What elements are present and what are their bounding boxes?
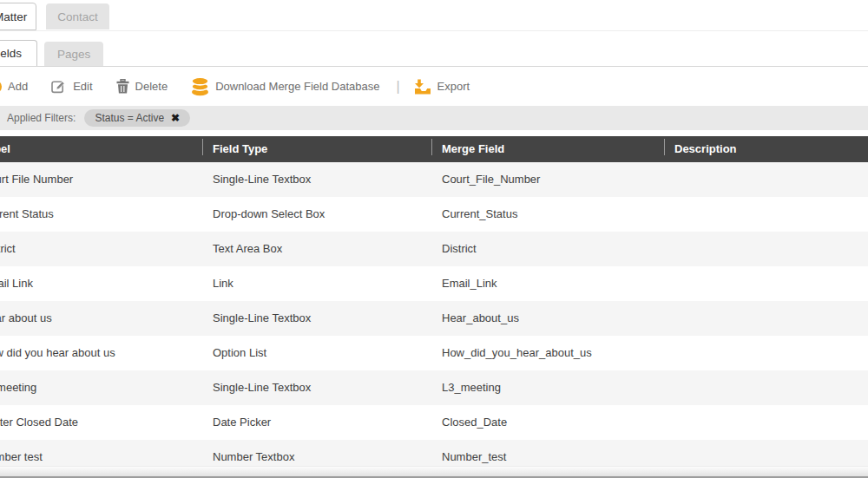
applied-filters-label: Applied Filters: bbox=[7, 112, 76, 124]
table-row[interactable]: Matter Closed DateDate PickerClosed_Date bbox=[0, 405, 868, 440]
tab-fields-label: Fields bbox=[0, 47, 22, 60]
tab-contact[interactable]: Contact bbox=[46, 3, 109, 29]
filter-chip-status-active[interactable]: Status = Active ✖ bbox=[84, 109, 190, 127]
main-tabstrip: Matter Contact bbox=[0, 0, 868, 31]
cell-label: L3 meeting bbox=[0, 370, 202, 405]
toolbar: Add Edit Delete bbox=[0, 67, 868, 106]
tab-fields[interactable]: Fields bbox=[0, 40, 37, 66]
download-merge-field-database-button[interactable]: Download Merge Field Database bbox=[191, 77, 379, 96]
applied-filters-bar: Applied Filters: Status = Active ✖ bbox=[0, 106, 868, 130]
tab-pages[interactable]: Pages bbox=[44, 42, 103, 66]
cell-description bbox=[664, 232, 868, 266]
delete-icon bbox=[116, 79, 129, 94]
edit-button[interactable]: Edit bbox=[51, 79, 92, 94]
cell-label: Email Link bbox=[0, 266, 202, 301]
cell-field-type: Single-Line Textbox bbox=[202, 162, 431, 197]
tab-matter-label: Matter bbox=[0, 10, 27, 23]
toolbar-separator: | bbox=[396, 79, 399, 95]
table-row[interactable]: DistrictText Area BoxDistrict bbox=[0, 232, 868, 266]
tab-contact-label: Contact bbox=[57, 10, 98, 23]
sub-tabstrip: Fields Pages bbox=[0, 31, 868, 67]
cell-merge-field: Closed_Date bbox=[431, 405, 664, 440]
column-header-merge-field: Merge Field bbox=[431, 136, 664, 162]
cell-description bbox=[664, 405, 868, 440]
table-row[interactable]: Hear about usSingle-Line TextboxHear_abo… bbox=[0, 301, 868, 336]
delete-button-label: Delete bbox=[135, 80, 168, 93]
spacer bbox=[0, 130, 868, 136]
add-button[interactable]: Add bbox=[0, 80, 28, 94]
cell-merge-field: How_did_you_hear_about_us bbox=[431, 336, 664, 370]
cell-description bbox=[664, 370, 868, 405]
cell-field-type: Single-Line Textbox bbox=[202, 301, 431, 336]
cell-description bbox=[664, 197, 868, 232]
cell-field-type: Option List bbox=[202, 336, 431, 370]
cell-field-type: Text Area Box bbox=[202, 232, 431, 266]
filter-chip-close-icon[interactable]: ✖ bbox=[171, 112, 180, 124]
grid-header: Label Field Type Merge Field Description bbox=[0, 136, 868, 162]
grid-body: Court File NumberSingle-Line TextboxCour… bbox=[0, 162, 868, 475]
cell-field-type: Date Picker bbox=[202, 405, 431, 440]
cell-label: Current Status bbox=[0, 197, 202, 232]
cell-description bbox=[664, 266, 868, 301]
cell-label: District bbox=[0, 232, 202, 266]
table-row[interactable]: Email LinkLinkEmail_Link bbox=[0, 266, 868, 301]
cell-field-type: Single-Line Textbox bbox=[202, 370, 431, 405]
export-button[interactable]: Export bbox=[414, 79, 470, 95]
cell-merge-field: District bbox=[431, 232, 664, 266]
cell-label: Matter Closed Date bbox=[0, 405, 202, 440]
column-header-description: Description bbox=[664, 136, 868, 162]
export-icon bbox=[414, 79, 431, 95]
download-merge-field-database-label: Download Merge Field Database bbox=[215, 80, 379, 93]
add-button-label: Add bbox=[8, 80, 28, 93]
cell-label: Hear about us bbox=[0, 301, 202, 336]
page: Matter Contact Fields Pages Add bbox=[0, 0, 868, 478]
table-row[interactable]: Court File NumberSingle-Line TextboxCour… bbox=[0, 162, 868, 197]
filter-chip-text: Status = Active bbox=[95, 112, 164, 124]
tab-pages-label: Pages bbox=[57, 48, 90, 61]
cell-label: Court File Number bbox=[0, 162, 202, 197]
cell-description bbox=[664, 301, 868, 336]
database-icon bbox=[191, 77, 209, 96]
cell-description bbox=[664, 336, 868, 370]
cell-merge-field: Current_Status bbox=[431, 197, 664, 232]
column-header-field-type: Field Type bbox=[202, 136, 431, 162]
edit-button-label: Edit bbox=[73, 80, 92, 93]
cell-description bbox=[664, 162, 868, 197]
table-row[interactable]: Current StatusDrop-down Select BoxCurren… bbox=[0, 197, 868, 232]
horizontal-scrollbar[interactable] bbox=[0, 466, 868, 478]
cell-field-type: Drop-down Select Box bbox=[202, 197, 431, 232]
table-row[interactable]: L3 meetingSingle-Line TextboxL3_meeting bbox=[0, 370, 868, 405]
cell-field-type: Link bbox=[202, 266, 431, 301]
table-row[interactable]: How did you hear about usOption ListHow_… bbox=[0, 336, 868, 370]
export-button-label: Export bbox=[437, 80, 470, 93]
cell-label: How did you hear about us bbox=[0, 336, 202, 370]
cell-merge-field: Court_File_Number bbox=[431, 162, 664, 197]
add-icon bbox=[0, 80, 2, 94]
edit-icon bbox=[51, 79, 67, 94]
cell-merge-field: L3_meeting bbox=[431, 370, 664, 405]
tab-matter[interactable]: Matter bbox=[0, 3, 36, 30]
cell-merge-field: Hear_about_us bbox=[431, 301, 664, 336]
delete-button[interactable]: Delete bbox=[116, 79, 168, 94]
cell-merge-field: Email_Link bbox=[431, 266, 664, 301]
column-header-label: Label bbox=[0, 136, 202, 162]
